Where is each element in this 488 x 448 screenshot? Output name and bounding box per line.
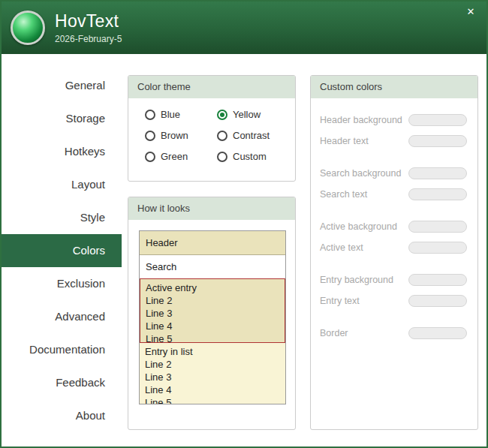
preview-header-row: Header [140, 231, 285, 255]
custom-colors-rows: Header background Header text Search bac… [311, 98, 477, 339]
preview-entry-in-list: Entry in list Line 2 Line 3 Line 4 Line … [140, 343, 285, 404]
custom-color-row: Header text [320, 134, 467, 147]
app-title: HovText [55, 11, 122, 32]
radio-label: Green [161, 151, 188, 162]
app-version-date: 2026-February-5 [55, 34, 122, 44]
radio-icon [217, 131, 227, 141]
radio-option-blue[interactable]: Blue [145, 109, 217, 120]
custom-color-label: Border [320, 328, 348, 338]
preview-line: Entry in list [145, 345, 280, 358]
radio-option-contrast[interactable]: Contrast [217, 130, 295, 141]
custom-color-label: Active background [320, 221, 397, 232]
content-area: Color theme Blue Yellow Brown [122, 54, 486, 446]
custom-color-row: Entry background [320, 273, 467, 286]
custom-color-row: Search background [320, 167, 467, 179]
custom-color-label: Entry text [320, 296, 360, 306]
radio-icon [217, 152, 227, 162]
preview-line: Line 4 [145, 383, 280, 396]
preview-line: Line 5 [145, 396, 280, 404]
sidebar-item-general[interactable]: General [2, 69, 122, 102]
color-theme-group: Color theme Blue Yellow Brown [128, 75, 296, 182]
radio-label: Brown [161, 130, 188, 141]
radio-icon [145, 110, 155, 120]
sidebar-item-about[interactable]: About [2, 399, 122, 432]
radio-selected-icon [217, 110, 227, 120]
radio-label: Blue [161, 109, 180, 120]
swatch-border[interactable] [408, 327, 467, 339]
swatch-entry-background[interactable] [408, 274, 467, 286]
sidebar-item-layout[interactable]: Layout [2, 168, 122, 201]
theme-preview: Header Search Active entry Line 2 Line 3… [139, 230, 286, 404]
preview-line: Line 4 [146, 320, 279, 332]
sidebar-item-feedback[interactable]: Feedback [2, 366, 122, 399]
custom-colors-group: Custom colors Header background Header t… [310, 75, 478, 430]
color-theme-options: Blue Yellow Brown Contrast [128, 98, 295, 162]
how-it-looks-title: How it looks [128, 197, 295, 220]
custom-colors-title: Custom colors [311, 76, 477, 98]
preview-line: Line 3 [145, 371, 280, 383]
app-logo-icon [11, 11, 45, 45]
sidebar: General Storage Hotkeys Layout Style Col… [2, 54, 122, 446]
preview-line: Line 2 [146, 294, 279, 307]
custom-color-label: Active text [320, 242, 363, 253]
swatch-header-background[interactable] [408, 114, 467, 126]
swatch-header-text[interactable] [408, 135, 467, 147]
window-body: General Storage Hotkeys Layout Style Col… [2, 54, 486, 446]
sidebar-item-storage[interactable]: Storage [2, 102, 122, 135]
radio-icon [145, 131, 155, 141]
swatch-active-background[interactable] [408, 221, 467, 233]
radio-option-brown[interactable]: Brown [145, 130, 217, 141]
swatch-entry-text[interactable] [408, 295, 467, 307]
sidebar-item-colors[interactable]: Colors [2, 234, 122, 267]
custom-color-row: Border [320, 326, 467, 339]
radio-label: Custom [233, 151, 267, 162]
custom-color-label: Entry background [320, 275, 393, 285]
titlebar: HovText 2026-February-5 ✕ [2, 2, 486, 54]
custom-color-row: Active text [320, 241, 467, 254]
custom-color-label: Search text [320, 189, 367, 200]
swatch-search-background[interactable] [408, 167, 467, 179]
radio-label: Yellow [233, 109, 261, 120]
swatch-active-text[interactable] [408, 242, 467, 254]
radio-icon [145, 152, 155, 162]
swatch-search-text[interactable] [408, 188, 467, 200]
sidebar-item-documentation[interactable]: Documentation [2, 333, 122, 366]
sidebar-item-advanced[interactable]: Advanced [2, 300, 122, 333]
preview-search-row: Search [140, 255, 285, 278]
custom-color-row: Entry text [320, 294, 467, 307]
color-theme-title: Color theme [128, 76, 295, 98]
sidebar-item-hotkeys[interactable]: Hotkeys [2, 135, 122, 168]
preview-line: Line 2 [145, 358, 280, 371]
radio-option-green[interactable]: Green [145, 151, 217, 162]
radio-option-custom[interactable]: Custom [217, 151, 295, 162]
radio-label: Contrast [233, 130, 270, 141]
radio-option-yellow[interactable]: Yellow [217, 109, 295, 120]
sidebar-item-exclusion[interactable]: Exclusion [2, 267, 122, 300]
app-window: HovText 2026-February-5 ✕ General Storag… [0, 0, 488, 448]
preview-line: Line 3 [146, 307, 279, 320]
custom-color-label: Search background [320, 168, 401, 179]
preview-active-entry: Active entry Line 2 Line 3 Line 4 Line 5 [140, 278, 285, 343]
sidebar-item-style[interactable]: Style [2, 201, 122, 234]
how-it-looks-group: How it looks Header Search Active entry … [128, 197, 296, 430]
custom-color-row: Search text [320, 188, 467, 200]
close-icon[interactable]: ✕ [464, 5, 477, 19]
custom-color-label: Header background [320, 115, 402, 125]
preview-line: Active entry [146, 281, 279, 294]
custom-color-row: Active background [320, 220, 467, 233]
custom-color-label: Header text [320, 136, 369, 146]
custom-color-row: Header background [320, 113, 467, 126]
title-block: HovText 2026-February-5 [55, 11, 122, 44]
